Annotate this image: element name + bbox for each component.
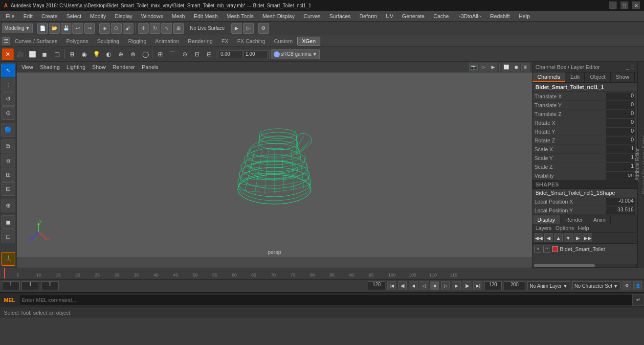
transform-btn[interactable]: ⊞ bbox=[173, 23, 184, 34]
layer-menu-options[interactable]: Options bbox=[555, 225, 574, 231]
menu-curves[interactable]: Curves bbox=[300, 12, 325, 20]
snap-sel2-btn[interactable]: ⧈ bbox=[1, 154, 15, 167]
grid-btn[interactable]: ⊞ bbox=[66, 48, 78, 60]
attr-translate-z[interactable]: Translate Z 0 bbox=[533, 110, 637, 118]
attr-translate-x[interactable]: Translate X 0 bbox=[533, 92, 637, 101]
play-fwd-btn[interactable]: ▷ bbox=[441, 281, 450, 290]
menu-windows[interactable]: Windows bbox=[137, 12, 167, 20]
shaded-btn[interactable]: ◼ bbox=[39, 48, 50, 60]
settings-btn[interactable]: ⚙ bbox=[258, 23, 269, 34]
tab-custom[interactable]: Custom bbox=[270, 37, 297, 45]
move-btn[interactable]: ✛ bbox=[138, 23, 149, 34]
snap-view-btn[interactable]: ⊡ bbox=[191, 48, 203, 60]
shadows-btn[interactable]: ◐ bbox=[103, 48, 114, 60]
step-fwd-btn[interactable]: ▶ bbox=[452, 281, 461, 290]
frame-indicator[interactable]: 1 bbox=[41, 281, 59, 290]
tab-polygons[interactable]: Polygons bbox=[62, 37, 92, 45]
paint-sel-btn[interactable]: 🖌 bbox=[123, 23, 133, 34]
max-frame-field[interactable]: 200 bbox=[504, 281, 525, 290]
ao-btn[interactable]: ⊕ bbox=[115, 48, 127, 60]
attr-local-pos-x[interactable]: Local Position X -0.004 bbox=[533, 197, 637, 206]
layer-menu-help[interactable]: Help bbox=[578, 225, 589, 231]
menu-file[interactable]: File bbox=[2, 12, 19, 20]
current-frame-field-left[interactable]: 1 bbox=[2, 281, 20, 290]
ty-field[interactable]: 1.00 bbox=[244, 50, 268, 58]
menu-deform[interactable]: Deform bbox=[355, 12, 381, 20]
tab-xgen[interactable]: XGen bbox=[297, 37, 320, 46]
layer-down-btn[interactable]: ▼ bbox=[564, 233, 573, 242]
cmd-input[interactable] bbox=[19, 294, 632, 306]
snap-point-btn[interactable]: ⊙ bbox=[179, 48, 191, 60]
current-frame-field-left2[interactable]: 1 bbox=[22, 281, 39, 290]
select-btn[interactable]: ◈ bbox=[99, 23, 110, 34]
menu-display[interactable]: Display bbox=[111, 12, 136, 20]
scale-btn[interactable]: ⤡ bbox=[161, 23, 172, 34]
select-mode-btn[interactable]: ↖ bbox=[1, 64, 15, 77]
rotate-mode-btn[interactable]: ↺ bbox=[1, 92, 15, 106]
open-file-btn[interactable]: 📂 bbox=[49, 23, 60, 34]
vp-menu-renderer[interactable]: Renderer bbox=[110, 64, 138, 70]
tab-animation[interactable]: Animation bbox=[151, 37, 183, 45]
scrollbar-track[interactable] bbox=[533, 264, 636, 267]
tx-field[interactable]: 0.00 bbox=[219, 50, 243, 58]
layer-up-btn[interactable]: ▲ bbox=[554, 233, 563, 242]
minimize-button[interactable]: _ bbox=[609, 1, 617, 9]
cmd-language-label[interactable]: MEL bbox=[0, 297, 19, 303]
lasso-btn[interactable]: ⬡ bbox=[111, 23, 122, 34]
display-btn[interactable]: ◉ bbox=[78, 48, 90, 60]
menu-mesh-display[interactable]: Mesh Display bbox=[259, 12, 299, 20]
channel-box-expand-icon[interactable]: □ bbox=[631, 64, 634, 70]
tab-show[interactable]: Show bbox=[611, 72, 635, 82]
save-file-btn[interactable]: 💾 bbox=[61, 23, 71, 34]
menu-mesh[interactable]: Mesh bbox=[168, 12, 189, 20]
layer-color-swatch[interactable] bbox=[552, 246, 558, 252]
undo-btn[interactable]: ↩ bbox=[72, 23, 83, 34]
layer-v-toggle[interactable]: V bbox=[534, 246, 541, 253]
vp-tb-shade[interactable]: ◼ bbox=[511, 63, 520, 71]
shaded-wire-btn[interactable]: ◫ bbox=[51, 48, 63, 60]
vp-tb-play[interactable]: ▶ bbox=[489, 63, 497, 71]
vp-tb-wire[interactable]: ⬜ bbox=[502, 63, 511, 71]
vp-menu-shading[interactable]: Shading bbox=[37, 64, 63, 70]
attr-scale-z[interactable]: Scale Z 1 bbox=[533, 162, 637, 171]
tab-fx-caching[interactable]: FX Caching bbox=[233, 37, 269, 45]
vp-tb-cam[interactable]: 📷 bbox=[469, 63, 478, 71]
tab-fx[interactable]: FX bbox=[218, 37, 232, 45]
menu-cache[interactable]: Cache bbox=[429, 12, 453, 20]
menu-mesh-tools[interactable]: Mesh Tools bbox=[222, 12, 257, 20]
play-back-btn[interactable]: ◁ bbox=[420, 281, 428, 290]
range-end-field[interactable]: 120 bbox=[484, 281, 502, 290]
coord-origin-btn[interactable] bbox=[1, 252, 15, 266]
snap-sel-btn[interactable]: ⧉ bbox=[1, 139, 15, 153]
menu-edit[interactable]: Edit bbox=[20, 12, 37, 20]
char-preferences-btn[interactable]: 👤 bbox=[633, 281, 642, 290]
layer-tab-anim[interactable]: Anim bbox=[588, 215, 611, 224]
layer-scrollbar[interactable] bbox=[533, 264, 637, 268]
display-mode1-btn[interactable]: ◼ bbox=[1, 215, 15, 229]
attribute-editor-side-tab[interactable]: Attribute Editor Channel Box / Layer Edi… bbox=[637, 62, 644, 268]
layer-prev2-btn[interactable]: ◀ bbox=[544, 233, 553, 242]
color-profile-dropdown[interactable]: sRGB gamma ▼ bbox=[271, 49, 320, 59]
redo-btn[interactable]: ↪ bbox=[84, 23, 95, 34]
tab-sculpting[interactable]: Sculpting bbox=[93, 37, 123, 45]
new-file-btn[interactable]: 📄 bbox=[37, 23, 48, 34]
vp-tb-sel[interactable]: ▷ bbox=[479, 63, 488, 71]
msaa-btn[interactable]: ⊗ bbox=[127, 48, 139, 60]
menu-generate[interactable]: Generate bbox=[398, 12, 428, 20]
attr-rotate-y[interactable]: Rotate Y 0 bbox=[533, 127, 637, 136]
layer-next2-btn[interactable]: ▶▶ bbox=[583, 233, 592, 242]
render-btn[interactable]: ▶ bbox=[231, 23, 242, 34]
layer-prev-btn[interactable]: ◀◀ bbox=[534, 233, 543, 242]
scale-mode-btn[interactable]: ⊙ bbox=[1, 106, 15, 120]
cmd-execute-btn[interactable]: ↵ bbox=[632, 294, 644, 306]
title-bar-controls[interactable]: _ □ ✕ bbox=[609, 1, 640, 9]
menu-redshift[interactable]: Redshift bbox=[486, 12, 513, 20]
camera-btn[interactable]: 🎥 bbox=[14, 48, 26, 60]
menu-surfaces[interactable]: Surfaces bbox=[326, 12, 355, 20]
attr-translate-y[interactable]: Translate Y 0 bbox=[533, 101, 637, 110]
layer-menu-layers[interactable]: Layers bbox=[535, 225, 552, 231]
channel-box-minimize-icon[interactable]: _ bbox=[626, 64, 629, 70]
vp-menu-lighting[interactable]: Lighting bbox=[64, 64, 89, 70]
layer-p-toggle[interactable]: P bbox=[543, 246, 550, 253]
vp-tb-texture[interactable]: ⊞ bbox=[521, 63, 530, 71]
